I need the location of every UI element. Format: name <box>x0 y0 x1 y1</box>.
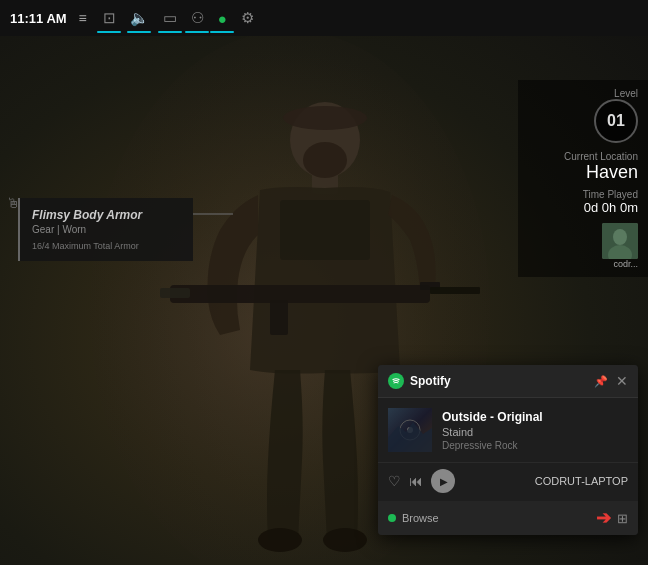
location-value: Haven <box>528 162 638 183</box>
arrow-icon: ➔ <box>596 507 611 529</box>
taskbar: 11:11 AM ≡ ⊡ 🔈 ▭ ⚇ ● ⚙ <box>0 0 648 36</box>
player-avatar <box>602 223 638 259</box>
spotify-icon[interactable]: ● <box>218 10 227 27</box>
track-title: Outside - Original <box>442 410 628 424</box>
spotify-track-area: Outside - Original Staind Depressive Roc… <box>378 398 638 462</box>
spotify-header: Spotify 📌 ✕ <box>378 365 638 398</box>
time-played-label: Time Played <box>528 189 638 200</box>
svg-point-14 <box>613 229 627 245</box>
level-label: Level <box>528 88 638 99</box>
track-artwork <box>388 408 432 452</box>
player-name: codr... <box>528 259 638 269</box>
right-stats-panel: Level 01 Current Location Haven Time Pla… <box>518 80 648 277</box>
item-tooltip: Flimsy Body Armor Gear | Worn 16/4 Maxim… <box>18 198 193 261</box>
track-artist: Staind <box>442 426 628 438</box>
time-played-value: 0d 0h 0m <box>528 200 638 215</box>
play-pause-button[interactable]: ▶ <box>431 469 455 493</box>
location-label: Current Location <box>528 151 638 162</box>
prev-track-icon[interactable]: ⏮ <box>409 473 423 489</box>
track-genre: Depressive Rock <box>442 440 628 451</box>
grid-view-icon[interactable]: ⊞ <box>617 511 628 526</box>
clock-display: 11:11 AM <box>10 11 67 26</box>
spotify-panel: Spotify 📌 ✕ Outside - <box>378 365 638 535</box>
item-name: Flimsy Body Armor <box>32 208 181 222</box>
taskbar-icons: ⊡ 🔈 ▭ ⚇ ● ⚙ <box>103 9 254 27</box>
spotify-title: Spotify <box>410 374 594 388</box>
browse-text[interactable]: Browse <box>402 512 590 524</box>
settings-icon[interactable]: ⚙ <box>241 9 254 27</box>
users-icon[interactable]: ⚇ <box>191 9 204 27</box>
spotify-footer: Browse ➔ ⊞ <box>378 501 638 535</box>
sound-icon[interactable]: 🔈 <box>130 9 149 27</box>
spotify-close-button[interactable]: ✕ <box>616 373 628 389</box>
spotify-pin-icon[interactable]: 📌 <box>594 375 608 388</box>
spotify-controls: ♡ ⏮ ▶ CODRUT-LAPTOP <box>378 462 638 501</box>
monitor-icon[interactable]: ⊡ <box>103 9 116 27</box>
spotify-status-dot <box>388 514 396 522</box>
item-type: Gear | Worn <box>32 224 181 235</box>
item-connector <box>193 213 233 215</box>
level-circle: 01 <box>594 99 638 143</box>
display-icon[interactable]: ▭ <box>163 9 177 27</box>
spotify-logo <box>388 373 404 389</box>
menu-icon[interactable]: ≡ <box>79 10 87 26</box>
heart-icon[interactable]: ♡ <box>388 473 401 489</box>
item-stat: 16/4 Maximum Total Armor <box>32 241 181 251</box>
track-info: Outside - Original Staind Depressive Roc… <box>442 410 628 451</box>
device-name: CODRUT-LAPTOP <box>463 475 628 487</box>
